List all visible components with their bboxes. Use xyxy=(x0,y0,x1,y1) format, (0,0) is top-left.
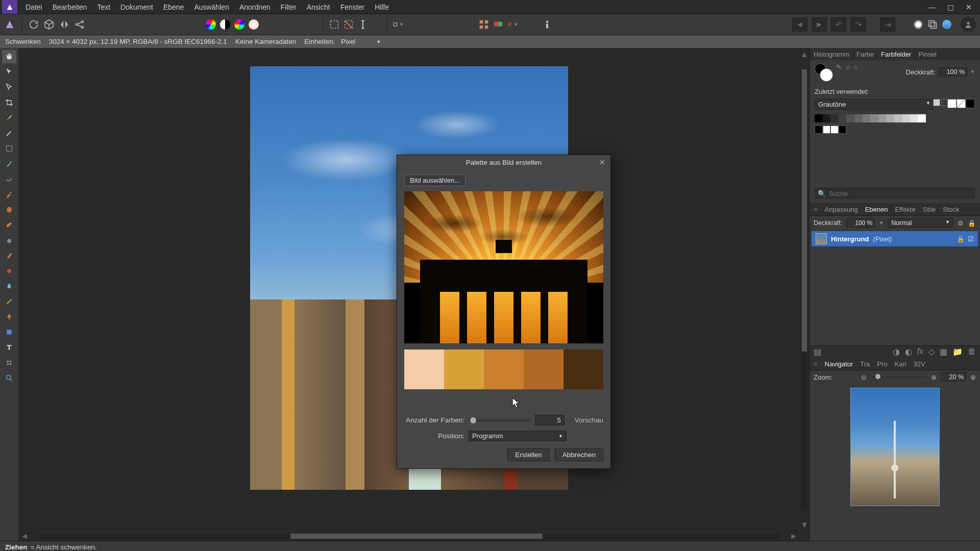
grid-toggle[interactable] xyxy=(933,99,948,106)
swatch-2[interactable] xyxy=(444,349,484,389)
horizontal-scrollbar[interactable]: ◄► xyxy=(18,532,800,541)
mini-swatch[interactable] xyxy=(815,126,823,134)
circle2-icon[interactable] xyxy=(942,20,951,29)
tab-effekte[interactable]: Effekte xyxy=(895,206,915,213)
mixer-tool[interactable] xyxy=(2,295,16,308)
tab-32v[interactable]: 32V xyxy=(914,360,925,368)
freehand-tool[interactable] xyxy=(2,172,16,186)
heal-tool[interactable] xyxy=(2,203,16,216)
tab-pro[interactable]: Pro xyxy=(877,360,887,368)
move-tool[interactable] xyxy=(2,65,16,79)
close-button[interactable]: ✕ xyxy=(960,0,978,14)
blend-mode-select[interactable]: Normal▼ xyxy=(888,218,953,228)
tab-histogramm[interactable]: Histogramm xyxy=(814,51,849,58)
mini-swatch[interactable] xyxy=(839,126,847,134)
swatch-1[interactable] xyxy=(404,349,444,389)
zoom-fit-icon[interactable]: ⊕ xyxy=(970,373,976,381)
stack-icon[interactable] xyxy=(927,19,938,30)
fill-stroke-toggle[interactable] xyxy=(947,99,975,108)
zoom-slider[interactable] xyxy=(871,376,927,378)
palette-search[interactable]: 🔍 Suche xyxy=(815,188,975,199)
node-tool[interactable] xyxy=(2,81,16,94)
grayscale-swatch[interactable] xyxy=(918,114,926,122)
grayscale-swatch[interactable] xyxy=(839,114,847,122)
create-button[interactable]: Erstellen xyxy=(507,448,550,461)
color-count-input[interactable] xyxy=(535,415,565,425)
tab-farbe[interactable]: Farbe xyxy=(856,51,874,58)
vertical-scrollbar[interactable]: ▲▼ xyxy=(800,48,809,532)
grid-icon[interactable] xyxy=(478,19,489,30)
swatch-5[interactable] xyxy=(564,349,603,389)
tab-farbfelder[interactable]: Farbfelder xyxy=(881,51,911,58)
history-fwd-button[interactable]: ► xyxy=(812,17,827,32)
layers-view-icon[interactable]: ▤ xyxy=(814,347,821,357)
light-wheel-icon[interactable] xyxy=(249,19,259,30)
dodge-tool[interactable] xyxy=(2,249,16,262)
canvas-area[interactable]: television-tower-7244801.jpg (20.5%)× br… xyxy=(18,48,809,541)
flag-icon[interactable] xyxy=(493,19,504,30)
marquee-icon[interactable] xyxy=(329,19,340,30)
menu-datei[interactable]: Datei xyxy=(20,1,47,13)
vector-mask-icon[interactable]: ◇ xyxy=(928,347,935,357)
dropper-tool[interactable] xyxy=(2,280,16,293)
menu-ansicht[interactable]: Ansicht xyxy=(302,1,335,13)
crop-tool[interactable] xyxy=(2,96,16,109)
mask-icon[interactable]: ◑ xyxy=(893,347,900,357)
redeye-tool[interactable] xyxy=(2,264,16,278)
lock-icon[interactable]: 🔒 xyxy=(968,219,976,227)
zoom-tool[interactable] xyxy=(2,371,16,385)
grayscale-swatch[interactable] xyxy=(878,114,887,122)
gear-icon[interactable]: ⚙ xyxy=(958,219,964,227)
layers-opacity-input[interactable] xyxy=(846,218,875,228)
shape-tool[interactable] xyxy=(2,325,16,339)
preview-link[interactable]: Vorschau xyxy=(575,416,603,424)
color-count-slider[interactable] xyxy=(469,419,531,421)
grayscale-swatch[interactable] xyxy=(902,114,911,122)
layer-visible-icon[interactable]: ☑ xyxy=(968,235,974,243)
grayscale-swatch[interactable] xyxy=(823,114,831,122)
menu-bearbeiten[interactable]: Bearbeiten xyxy=(47,1,92,13)
layer-row-hintergrund[interactable]: Hintergrund (Pixel) 🔒☑ xyxy=(812,231,978,246)
menu-anordnen[interactable]: Anordnen xyxy=(234,1,276,13)
minimize-button[interactable]: — xyxy=(923,0,941,14)
refresh-icon[interactable] xyxy=(28,19,39,30)
grayscale-swatch[interactable] xyxy=(815,114,823,122)
grayscale-swatch[interactable] xyxy=(894,114,902,122)
choose-image-button[interactable]: Bild auswählen... xyxy=(404,174,465,186)
pan-tool[interactable] xyxy=(2,50,16,63)
mesh-tool[interactable] xyxy=(2,356,16,369)
grayscale-swatch[interactable] xyxy=(863,114,871,122)
adjust-icon[interactable]: ◐ xyxy=(905,347,912,357)
folder-icon[interactable]: 📁 xyxy=(952,347,963,357)
layer-lock-icon[interactable]: 🔒 xyxy=(957,235,965,243)
share-icon[interactable] xyxy=(74,19,85,30)
grayscale-palette[interactable] xyxy=(815,114,975,122)
mirror-icon[interactable] xyxy=(59,19,70,30)
rgb-wheel-icon[interactable] xyxy=(206,19,216,30)
tab-anpassung[interactable]: Anpassung xyxy=(825,206,858,213)
clone-tool[interactable] xyxy=(2,188,16,201)
info-icon[interactable] xyxy=(542,19,553,30)
mini-swatch[interactable] xyxy=(830,126,839,134)
brush-tool[interactable] xyxy=(2,111,16,124)
menu-dokument[interactable]: Dokument xyxy=(115,1,158,13)
units-select[interactable]: Pixel▼ xyxy=(338,37,384,46)
position-select[interactable]: Programm▼ xyxy=(469,431,567,441)
pencil-tool[interactable] xyxy=(2,127,16,140)
dialog-close-button[interactable]: ✕ xyxy=(597,157,607,167)
swatch-3[interactable] xyxy=(484,349,524,389)
menu-text[interactable]: Text xyxy=(92,1,115,13)
deselect-icon[interactable] xyxy=(343,19,354,30)
bw-wheel-icon[interactable] xyxy=(220,19,230,30)
mini-swatch[interactable] xyxy=(823,126,831,134)
circle1-icon[interactable] xyxy=(914,20,923,29)
navigator-preview[interactable] xyxy=(850,388,940,506)
opacity-input[interactable] xyxy=(939,67,967,77)
grayscale-swatch[interactable] xyxy=(910,114,918,122)
swap-mini-icon[interactable]: ○ xyxy=(846,63,850,71)
account-button[interactable] xyxy=(961,17,976,32)
reset-mini-icon[interactable]: ○ xyxy=(854,63,858,71)
mini-swatches[interactable] xyxy=(815,126,846,134)
hue-wheel-icon[interactable] xyxy=(234,19,244,30)
text-cursor-icon[interactable] xyxy=(357,19,369,30)
